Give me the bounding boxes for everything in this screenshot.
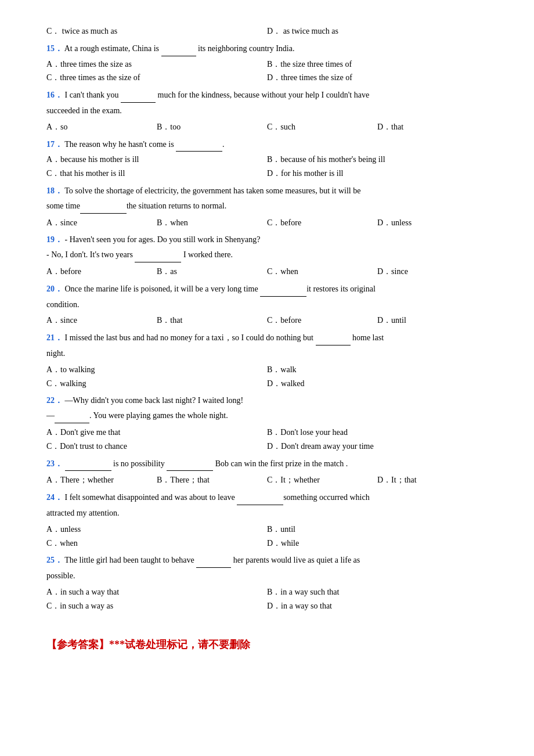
- question-21: 21． I missed the last bus and had no mon…: [46, 331, 488, 390]
- question-25: 25． The little girl had been taught to b…: [46, 553, 488, 613]
- q16-text: I can't thank you much for the kindness,…: [65, 91, 370, 99]
- q22-num: 22．: [46, 396, 63, 405]
- q19-wrap: - No, I don't. It's two years I worked t…: [46, 248, 488, 262]
- blank: [196, 553, 231, 568]
- q18-wrap: some time the situation returns to norma…: [46, 199, 488, 214]
- q18-text: To solve the shortage of electricity, th…: [64, 186, 360, 195]
- q16-num: 16．: [46, 91, 63, 99]
- blank: [135, 248, 181, 262]
- blank: [237, 491, 283, 505]
- blank: [55, 409, 89, 423]
- question-18: 18． To solve the shortage of electricity…: [46, 184, 488, 229]
- blank: [167, 457, 213, 471]
- option-label: D．: [267, 27, 281, 35]
- q24-optA: A．unless: [46, 523, 267, 537]
- q24-optC: C．when: [46, 537, 267, 550]
- q21-optD: D．walked: [267, 377, 488, 391]
- q20-optA: A．since: [46, 314, 157, 327]
- blank: [161, 42, 196, 56]
- q17-optB: B．because of his mother's being ill: [267, 153, 488, 167]
- q20-wrap: condition.: [46, 298, 488, 312]
- blank: [121, 88, 156, 103]
- q18-optB: B．when: [157, 216, 267, 230]
- q19-optC: C．when: [267, 265, 377, 279]
- q19-optA: A．before: [46, 265, 157, 279]
- q15-optA: A．three times the size as: [46, 57, 267, 71]
- question-22: 22． —Why didn't you come back last night…: [46, 394, 488, 453]
- q18-optD: D．unless: [377, 216, 488, 230]
- question-16: 16． I can't thank you much for the kindn…: [46, 88, 488, 134]
- q20-text: Once the marine life is poisoned, it wil…: [65, 285, 376, 293]
- q20-num: 20．: [46, 285, 63, 293]
- q23-text: is no possibility Bob can win the first …: [65, 459, 348, 468]
- blank: [176, 138, 222, 152]
- option-d-prev: D． as twice much as: [267, 24, 488, 38]
- q23-optB: B．There；that: [157, 473, 267, 487]
- option-text: twice as much as: [62, 27, 117, 35]
- blank: [65, 457, 111, 471]
- q22-text: —Why didn't you come back last night? I …: [65, 396, 244, 405]
- q25-optC: C．in such a way as: [46, 599, 267, 613]
- q20-optD: D．until: [377, 314, 488, 327]
- question-19: 19． - Haven't seen you for ages. Do you …: [46, 233, 488, 278]
- q19-num: 19．: [46, 235, 63, 244]
- q23-num: 23．: [46, 459, 63, 468]
- question-15: 15． At a rough estimate, China is its ne…: [46, 42, 488, 85]
- cd-row: C． twice as much as D． as twice much as: [46, 24, 488, 38]
- q16-wrap: succeeded in the exam.: [46, 104, 488, 118]
- q25-wrap: possible.: [46, 569, 488, 583]
- q17-optD: D．for his mother is ill: [267, 167, 488, 181]
- q18-num: 18．: [46, 186, 63, 195]
- q17-optC: C．that his mother is ill: [46, 167, 267, 181]
- q21-num: 21．: [46, 333, 63, 342]
- q19-text: - Haven't seen you for ages. Do you stil…: [65, 235, 261, 244]
- q17-text: The reason why he hasn't come is .: [64, 140, 224, 149]
- q18-optA: A．since: [46, 216, 157, 230]
- q19-optB: B．as: [157, 265, 267, 279]
- q15-optB: B．the size three times of: [267, 57, 488, 71]
- q23-optC: C．It；whether: [267, 473, 377, 487]
- q16-optB: B．too: [157, 120, 267, 134]
- q20-optC: C．before: [267, 314, 377, 327]
- answer-section: 【参考答案】***试卷处理标记，请不要删除: [46, 636, 488, 654]
- q15-optD: D．three times the size of: [267, 71, 488, 85]
- q25-optA: A．in such a way that: [46, 585, 267, 599]
- option-c-prev: C． twice as much as: [46, 24, 267, 38]
- q15-optC: C．three times as the size of: [46, 71, 267, 85]
- q21-optB: B．walk: [267, 363, 488, 377]
- q25-optB: B．in a way such that: [267, 585, 488, 599]
- q18-optC: C．before: [267, 216, 377, 230]
- q22-optC: C．Don't trust to chance: [46, 440, 267, 453]
- q16-optC: C．such: [267, 120, 377, 134]
- question-20: 20． Once the marine life is poisoned, it…: [46, 282, 488, 327]
- q25-text: The little girl had been taught to behav…: [64, 556, 360, 564]
- option-text: as twice much as: [283, 27, 338, 35]
- q24-wrap: attracted my attention.: [46, 506, 488, 520]
- blank: [80, 199, 127, 214]
- question-17: 17． The reason why he hasn't come is . A…: [46, 138, 488, 181]
- q24-num: 24．: [46, 493, 63, 502]
- q23-optA: A．There；whether: [46, 473, 157, 487]
- q22-wrap: — . You were playing games the whole nig…: [46, 409, 488, 423]
- blank: [316, 331, 351, 345]
- q19-optD: D．since: [377, 265, 488, 279]
- q21-optC: C．walking: [46, 377, 267, 391]
- q21-wrap: night.: [46, 347, 488, 361]
- question-24: 24． I felt somewhat disappointed and was…: [46, 491, 488, 550]
- q24-text: I felt somewhat disappointed and was abo…: [65, 493, 370, 502]
- q15-num: 15．: [46, 44, 63, 53]
- question-23: 23． is no possibility Bob can win the fi…: [46, 457, 488, 488]
- q20-optB: B．that: [157, 314, 267, 327]
- q24-optB: B．until: [267, 523, 488, 537]
- q25-optD: D．in a way so that: [267, 599, 488, 613]
- q16-optA: A．so: [46, 120, 157, 134]
- blank: [260, 282, 306, 297]
- q15-text: At a rough estimate, China is its neighb…: [64, 44, 295, 53]
- q22-optD: D．Don't dream away your time: [267, 440, 488, 453]
- q24-optD: D．while: [267, 537, 488, 550]
- q17-optA: A．because his mother is ill: [46, 153, 267, 167]
- q17-num: 17．: [46, 140, 63, 149]
- q22-optA: A．Don't give me that: [46, 426, 267, 440]
- q21-optA: A．to walking: [46, 363, 267, 377]
- q25-num: 25．: [46, 556, 63, 564]
